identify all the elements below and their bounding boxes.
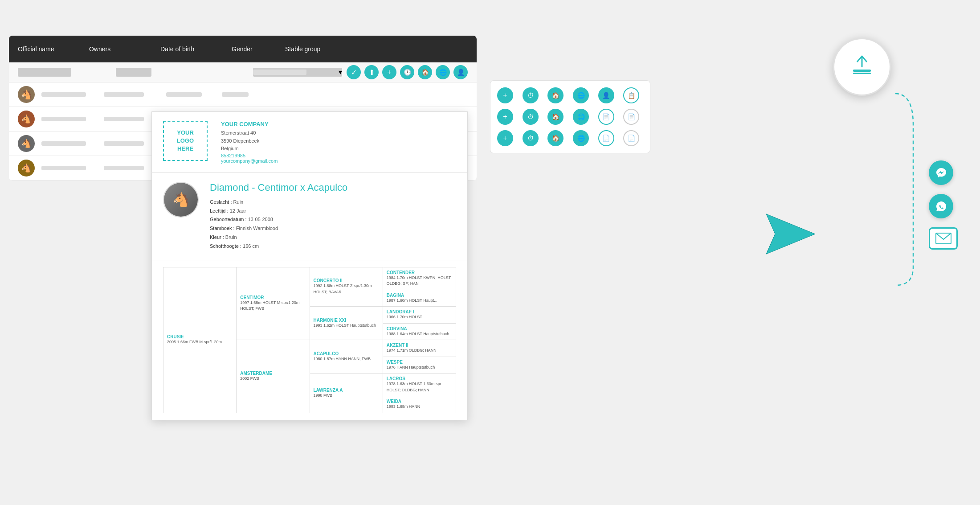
horse-studbook-row: Stamboek : Finnish Warmblood bbox=[210, 224, 347, 233]
horse-details: Diamond - Centimor x Acapulco Geslacht :… bbox=[210, 182, 347, 251]
col-official-name: Official name bbox=[18, 45, 89, 53]
company-name: YOUR COMPANY bbox=[221, 121, 456, 127]
export-circle-button[interactable] bbox=[833, 38, 891, 96]
row-owner-placeholder bbox=[104, 92, 144, 97]
company-address2: 3590 Diepenbeek bbox=[221, 137, 456, 145]
filter-dropdown-display[interactable]: ▾ bbox=[253, 68, 342, 77]
dropdown-label bbox=[253, 70, 306, 75]
ped-akzent: AKZENT II 1974 1.71m OLDBG; HANN bbox=[383, 340, 456, 357]
filter-ph-1 bbox=[18, 68, 71, 77]
clock-icon-r1c2[interactable]: ⏱ bbox=[523, 87, 539, 103]
whatsapp-icon[interactable] bbox=[929, 194, 953, 218]
globe-icon[interactable]: 🌐 bbox=[436, 65, 450, 79]
row-name-placeholder bbox=[41, 166, 86, 170]
horse-name: Diamond - Centimor x Acapulco bbox=[210, 182, 347, 193]
ped-weida: WEIDA 1993 1.68m HANN bbox=[383, 396, 456, 413]
doc-header: YOUR LOGO HERE YOUR COMPANY Stemerstraat… bbox=[152, 112, 467, 173]
avatar: 🐴 bbox=[18, 160, 35, 177]
row-dob-placeholder bbox=[166, 92, 202, 97]
company-address1: Stemerstraat 40 bbox=[221, 129, 456, 137]
svg-marker-3 bbox=[766, 214, 815, 254]
col-owners: Owners bbox=[89, 45, 160, 53]
barn-icon-r1c3[interactable]: 🏠 bbox=[547, 87, 564, 103]
doc-icon-r1c6[interactable]: 📋 bbox=[623, 87, 639, 103]
clock-icon-r3c2[interactable]: ⏱ bbox=[523, 130, 539, 146]
avatar: 🐴 bbox=[18, 111, 35, 127]
ped-lawrenza: LAWRENZA A 1998 FWB bbox=[310, 374, 383, 413]
paper-plane-icon bbox=[762, 209, 820, 260]
company-country: Belgium bbox=[221, 145, 456, 153]
col-gender: Gender bbox=[232, 45, 285, 53]
upload-icon[interactable]: ⬆ bbox=[364, 65, 379, 79]
globe-icon-r2c4[interactable]: 🌐 bbox=[573, 109, 589, 125]
globe-icon-r3c4[interactable]: 🌐 bbox=[573, 130, 589, 146]
ped-centimor: CENTIMOR 1997 1.68m HOLST M-spr/1.20m HO… bbox=[237, 267, 310, 340]
col-date-of-birth: Date of birth bbox=[160, 45, 232, 53]
barn-icon-r2c3[interactable]: 🏠 bbox=[547, 109, 564, 125]
ped-col1: CRUSIE 2005 1.66m FWB M-spr/1.20m bbox=[163, 267, 237, 413]
table-row[interactable]: 🐴 bbox=[9, 82, 477, 107]
horse-color-row: Kleur : Bruin bbox=[210, 233, 347, 242]
row-name-placeholder bbox=[41, 141, 86, 146]
logo-text-line1: YOUR bbox=[177, 129, 194, 136]
row-owner-placeholder bbox=[104, 117, 144, 121]
main-wrapper: Official name Owners Date of birth Gende… bbox=[9, 36, 971, 472]
avatar: 🐴 bbox=[18, 86, 35, 103]
doc-icon-r2c6[interactable]: 📄 bbox=[623, 109, 639, 125]
row-owner-placeholder bbox=[104, 141, 144, 146]
ped-lacros: LACROS 1978 1.63m HOLST 1.60m-spr HOLST;… bbox=[383, 374, 456, 396]
doc-icon-r3c5[interactable]: 📄 bbox=[598, 130, 614, 146]
doc-icon-r3c6[interactable]: 📄 bbox=[623, 130, 639, 146]
horse-gender-row: Geslacht : Ruin bbox=[210, 198, 347, 207]
barn-icon-r3c3[interactable]: 🏠 bbox=[547, 130, 564, 146]
check-icon[interactable]: ✓ bbox=[347, 65, 361, 79]
email-icon[interactable] bbox=[929, 227, 958, 250]
ped-bagina: BAGINA 1987 1.60m HOLST Haupt... bbox=[383, 290, 456, 307]
plus-icon[interactable]: + bbox=[382, 65, 396, 79]
horse-dob-row: Geboortedatum : 13-05-2008 bbox=[210, 215, 347, 224]
filter-row: ▾ ✓ ⬆ + 🕐 🏠 🌐 👤 bbox=[9, 62, 477, 82]
add-icon-r2c1[interactable]: + bbox=[497, 109, 513, 125]
right-icons-panel: + ⏱ 🏠 🌐 👤 📋 + ⏱ 🏠 🌐 📄 📄 + ⏱ 🏠 🌐 📄 📄 bbox=[490, 80, 650, 153]
globe-icon-r1c4[interactable]: 🌐 bbox=[573, 87, 589, 103]
pedigree-row-1: CRUSIE 2005 1.66m FWB M-spr/1.20m CENTIM… bbox=[163, 267, 456, 290]
company-phone: 858219985 bbox=[221, 153, 456, 158]
ped-corvina: CORVINA 1988 1.64m HOLST Hauptstutbuch bbox=[383, 323, 456, 340]
table-header: Official name Owners Date of birth Gende… bbox=[9, 36, 477, 62]
ped-harmonie: HARMONIE XXI 1993 1.62m HOLST Hauptstutb… bbox=[310, 307, 383, 340]
pedigree-section: CRUSIE 2005 1.66m FWB M-spr/1.20m CENTIM… bbox=[152, 260, 467, 420]
row-owner-placeholder bbox=[104, 166, 144, 170]
row-name-placeholder bbox=[41, 92, 86, 97]
ped-wespe: WESPE 1976 HANN Hauptstutbuch bbox=[383, 357, 456, 374]
clock-icon[interactable]: 🕐 bbox=[400, 65, 414, 79]
avatar: 🐴 bbox=[18, 135, 35, 152]
filter-ph-2 bbox=[116, 68, 151, 77]
company-email: yourcompany@gmail.com bbox=[221, 158, 456, 164]
row-gender-placeholder bbox=[222, 92, 249, 97]
ped-concerto: CONCERTO II 1992 1.68m HOLST Z-spr/1.30m… bbox=[310, 267, 383, 307]
ped-contender: CONTENDER 1984 1.70m HOLST KWPN; HOLST; … bbox=[383, 267, 456, 290]
doc-horse-section: 🐴 Diamond - Centimor x Acapulco Geslacht… bbox=[152, 173, 467, 260]
clock-icon-r2c2[interactable]: ⏱ bbox=[523, 109, 539, 125]
company-info: YOUR COMPANY Stemerstraat 40 3590 Diepen… bbox=[221, 121, 456, 164]
ped-amsterdame: AMSTERDAME 2002 FWB bbox=[237, 340, 310, 413]
col-stable-group: Stable group bbox=[285, 45, 356, 53]
ped-landgraf: LANDGRAF I 1966 1.70m HOLST... bbox=[383, 307, 456, 324]
add-icon-r3c1[interactable]: + bbox=[497, 130, 513, 146]
doc-icon-r2c5[interactable]: 📄 bbox=[598, 109, 614, 125]
ped-acapulco: ACAPULCO 1980 1.87m HANN HANN; FWB bbox=[310, 340, 383, 374]
add-icon-r1c1[interactable]: + bbox=[497, 87, 513, 103]
logo-text-line2: LOGO bbox=[177, 137, 194, 144]
horse-portrait: 🐴 bbox=[163, 182, 199, 218]
svg-rect-0 bbox=[853, 70, 871, 72]
svg-rect-1 bbox=[853, 73, 871, 74]
person-icon-r1c5[interactable]: 👤 bbox=[598, 87, 614, 103]
export-icon bbox=[851, 54, 873, 80]
row-name-placeholder bbox=[41, 117, 86, 121]
messenger-icon[interactable] bbox=[929, 160, 953, 185]
logo-text-line3: HERE bbox=[177, 145, 193, 152]
logo-placeholder: YOUR LOGO HERE bbox=[163, 121, 208, 161]
barn-icon[interactable]: 🏠 bbox=[418, 65, 432, 79]
chevron-down-icon: ▾ bbox=[339, 68, 342, 76]
person-icon[interactable]: 👤 bbox=[453, 65, 468, 79]
